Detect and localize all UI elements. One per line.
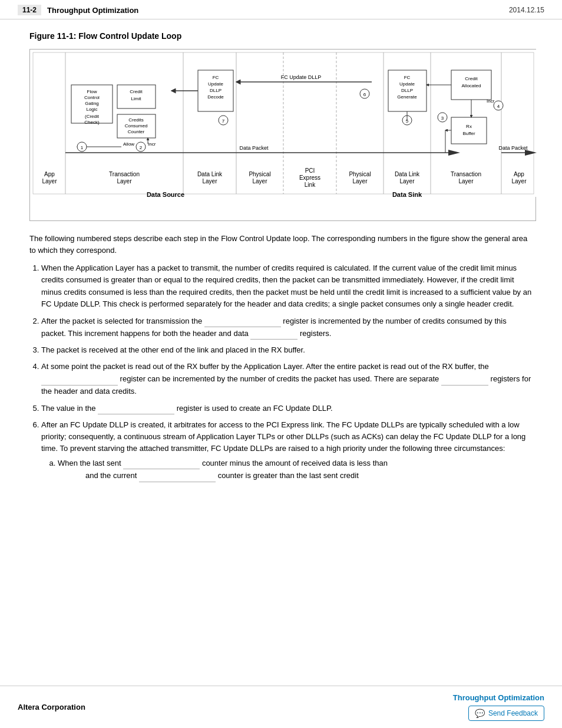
footer-right: Throughput Optimization 💬 Send Feedback — [453, 693, 544, 721]
blank-7 — [139, 469, 216, 482]
step-5: The value in the register is used to cre… — [41, 402, 533, 414]
svg-text:Incr: Incr — [487, 98, 495, 104]
page: 11-2 Throughput Optimization 2014.12.15 … — [0, 0, 562, 728]
footer: Altera Corporation Throughput Optimizati… — [0, 686, 562, 728]
header: 11-2 Throughput Optimization 2014.12.15 — [0, 0, 562, 19]
svg-text:FC: FC — [213, 75, 219, 80]
header-title: Throughput Optimization — [47, 6, 138, 15]
feedback-label: Send Feedback — [488, 709, 538, 717]
svg-text:Update: Update — [208, 81, 223, 87]
blank-2 — [250, 327, 297, 340]
figure-title: Figure 11-1: Flow Control Update Loop — [29, 31, 533, 41]
svg-text:Counter: Counter — [128, 129, 145, 134]
svg-text:Rx: Rx — [466, 124, 472, 129]
svg-text:Layer: Layer — [202, 178, 217, 185]
svg-text:Consumed: Consumed — [125, 123, 148, 129]
svg-text:4: 4 — [497, 104, 500, 109]
svg-text:Control: Control — [84, 95, 100, 100]
step-4-text: At some point the packet is read out of … — [41, 362, 531, 395]
header-date: 2014.12.15 — [509, 6, 544, 14]
svg-text:Physical: Physical — [249, 171, 270, 177]
svg-text:Data Packet: Data Packet — [239, 145, 269, 151]
feedback-icon: 💬 — [475, 709, 485, 718]
step-3: The packet is received at the other end … — [41, 344, 533, 356]
company-name: Altera Corporation — [18, 703, 85, 711]
svg-text:Buffer: Buffer — [462, 131, 475, 136]
svg-text:Physical: Physical — [349, 171, 371, 177]
svg-text:Data Packet: Data Packet — [498, 145, 528, 151]
main-content: Figure 11-1: Flow Control Update Loop — [0, 19, 562, 499]
svg-text:Logic: Logic — [86, 107, 97, 112]
svg-text:Layer: Layer — [252, 178, 267, 185]
svg-text:Data Link: Data Link — [395, 171, 420, 177]
sub-step-a-text: When the last sent counter minus the amo… — [58, 459, 388, 480]
svg-text:Update: Update — [399, 81, 415, 87]
svg-text:Credits: Credits — [128, 117, 143, 123]
figure-diagram: App Layer Transaction Layer Data Link La… — [29, 49, 536, 221]
svg-text:Generate: Generate — [397, 94, 417, 100]
svg-text:Flow: Flow — [87, 89, 97, 94]
blank-5 — [98, 402, 174, 414]
sub-step-a: When the last sent counter minus the amo… — [58, 457, 533, 482]
step-2-text: After the packet is selected for transmi… — [41, 317, 507, 338]
svg-text:6: 6 — [363, 92, 366, 97]
svg-text:Data Sink: Data Sink — [392, 191, 422, 198]
step-5-text: The value in the register is used to cre… — [41, 404, 333, 413]
header-left: 11-2 Throughput Optimization — [18, 5, 138, 15]
step-6: After an FC Update DLLP is created, it a… — [41, 419, 533, 482]
svg-text:Allow: Allow — [123, 141, 134, 147]
svg-text:FC Update DLLP: FC Update DLLP — [281, 74, 322, 80]
svg-text:Incr: Incr — [148, 141, 156, 147]
step-4: At some point the packet is read out of … — [41, 361, 533, 397]
svg-text:2: 2 — [140, 145, 143, 150]
svg-text:Layer: Layer — [117, 178, 132, 185]
blank-3 — [41, 373, 118, 385]
svg-text:Express: Express — [299, 174, 320, 181]
blank-6 — [123, 457, 200, 469]
svg-text:Credit: Credit — [130, 89, 143, 94]
svg-text:7: 7 — [222, 118, 225, 124]
svg-text:DLLP: DLLP — [210, 88, 222, 93]
page-number: 11-2 — [18, 5, 41, 15]
svg-text:Limit: Limit — [131, 96, 142, 101]
svg-text:Transaction: Transaction — [109, 171, 140, 177]
blank-1 — [204, 315, 281, 327]
svg-text:Check): Check) — [84, 120, 100, 125]
svg-text:Transaction: Transaction — [451, 171, 481, 177]
svg-text:Layer: Layer — [511, 178, 527, 185]
svg-text:PCI: PCI — [305, 167, 315, 174]
svg-text:App: App — [514, 171, 524, 177]
svg-text:Link: Link — [305, 182, 316, 188]
step-1: When the Application Layer has a packet … — [41, 262, 533, 310]
svg-text:Data Source: Data Source — [147, 191, 184, 198]
steps-list: When the Application Layer has a packet … — [41, 262, 533, 482]
svg-text:Credit: Credit — [465, 76, 478, 81]
sub-steps-list: When the last sent counter minus the amo… — [58, 457, 533, 482]
svg-text:Data Link: Data Link — [197, 171, 223, 177]
send-feedback-button[interactable]: 💬 Send Feedback — [468, 706, 544, 721]
svg-text:App: App — [44, 171, 55, 177]
intro-text: The following numbered steps describe ea… — [29, 233, 533, 256]
blank-4 — [441, 373, 488, 385]
svg-text:Gating: Gating — [85, 101, 99, 106]
svg-text:Layer: Layer — [352, 178, 368, 185]
svg-text:Layer: Layer — [458, 178, 474, 185]
svg-text:DLLP: DLLP — [401, 88, 413, 93]
svg-text:Layer: Layer — [399, 178, 415, 185]
svg-text:FC: FC — [404, 75, 411, 80]
step-6-text: After an FC Update DLLP is created, it a… — [41, 420, 525, 453]
step-3-text: The packet is received at the other end … — [41, 345, 305, 354]
svg-text:1: 1 — [81, 145, 84, 150]
step-2: After the packet is selected for transmi… — [41, 315, 533, 340]
svg-text:(Credit: (Credit — [85, 114, 100, 119]
svg-text:Layer: Layer — [42, 178, 57, 185]
flow-control-svg: App Layer Transaction Layer Data Link La… — [30, 50, 537, 220]
footer-link[interactable]: Throughput Optimization — [453, 693, 544, 702]
step-1-text: When the Application Layer has a packet … — [41, 263, 531, 308]
svg-text:3: 3 — [441, 116, 444, 121]
svg-text:Decode: Decode — [207, 94, 224, 100]
svg-text:Allocated: Allocated — [462, 83, 481, 88]
